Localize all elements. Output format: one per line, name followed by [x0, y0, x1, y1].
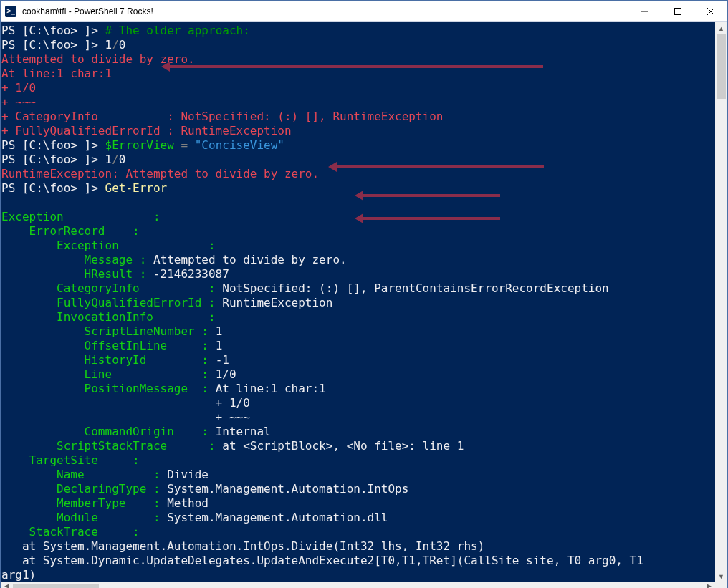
variable: $ErrorView [105, 138, 174, 152]
field-value: -2146233087 [153, 267, 229, 281]
field-value: NotSpecified: (:) [], ParentContainsErro… [222, 281, 608, 295]
field-label: ErrorRecord : [1, 224, 140, 238]
app-icon: >_ [1, 6, 21, 17]
window-title: cookham\tfl - PowerShell 7 Rocks! [21, 6, 628, 16]
client-area: PS [C:\foo> ]> # The older approach: PS … [1, 22, 727, 582]
maximize-icon [674, 8, 681, 15]
string-literal: "ConciseView" [195, 138, 284, 152]
field-value: Internal [216, 425, 271, 438]
prompt: PS [C:\foo> ]> [1, 38, 105, 52]
field-label: Line : [1, 367, 216, 381]
hscroll-thumb[interactable] [13, 584, 99, 588]
error-line: + FullyQualifiedErrorId : RuntimeExcepti… [1, 124, 292, 138]
powershell-window: >_ cookham\tfl - PowerShell 7 Rocks! PS … [0, 0, 728, 588]
field-value: at <ScriptBlock>, <No file>: line 1 [222, 439, 464, 453]
stack-line: at System.Dynamic.UpdateDelegates.Update… [1, 554, 643, 567]
scroll-right-button[interactable]: ▶ [703, 582, 715, 588]
minimize-button[interactable] [628, 1, 661, 21]
field-value: Divide [167, 468, 209, 481]
scroll-track[interactable] [715, 34, 727, 570]
console-output[interactable]: PS [C:\foo> ]> # The older approach: PS … [1, 22, 715, 582]
error-line: + CategoryInfo : NotSpecified: (:) [], R… [1, 110, 444, 123]
error-line: RuntimeException: Attempted to divide by… [1, 167, 319, 180]
error-line: At line:1 char:1 [1, 67, 112, 80]
error-line: + 1/0 [1, 81, 36, 95]
window-controls [628, 1, 727, 21]
close-icon [707, 8, 714, 15]
field-value: At line:1 char:1 [216, 382, 326, 395]
minimize-icon [641, 8, 648, 15]
literal: 1 [105, 153, 112, 166]
error-line: Attempted to divide by zero. [1, 52, 195, 66]
field-label: TargetSite : [1, 453, 140, 467]
field-label: HResult : [1, 267, 153, 281]
field-value: System.Management.Automation.IntOps [167, 482, 408, 496]
scrollbar-corner [715, 582, 727, 588]
field-label: FullyQualifiedErrorId : [1, 296, 222, 309]
field-label: OffsetInLine : [1, 339, 216, 352]
field-label: Name : [1, 468, 167, 481]
prompt: PS [C:\foo> ]> [1, 153, 105, 166]
scroll-down-button[interactable]: ▼ [715, 570, 727, 582]
field-value: + 1/0 [1, 396, 250, 410]
prompt: PS [C:\foo> ]> [1, 24, 105, 37]
field-value: 1 [216, 339, 223, 352]
horizontal-scrollbar[interactable]: ◀ ▶ [1, 582, 727, 588]
operator: / [112, 153, 119, 166]
field-label: CategoryInfo : [1, 281, 222, 295]
field-label: MemberType : [1, 496, 167, 510]
field-value: System.Management.Automation.dll [167, 511, 388, 524]
error-line: + ~~~ [1, 95, 36, 109]
field-label: Exception : [1, 210, 161, 223]
field-value: -1 [216, 353, 229, 367]
field-label: DeclaringType : [1, 482, 167, 496]
operator: = [174, 138, 195, 152]
field-label: Exception : [1, 238, 216, 252]
prompt: PS [C:\foo> ]> [1, 138, 105, 152]
field-value: Attempted to divide by zero. [153, 253, 347, 266]
field-value: RuntimeException [222, 296, 332, 309]
field-value: 1 [216, 324, 223, 338]
hscroll-track[interactable] [13, 582, 703, 588]
field-value: 1/0 [216, 367, 236, 381]
field-value: + ~~~ [1, 410, 250, 424]
scroll-thumb[interactable] [717, 34, 726, 99]
field-label: Message : [1, 253, 153, 266]
field-label: ScriptStackTrace : [1, 439, 222, 453]
stack-line: at System.Management.Automation.IntOps.D… [1, 539, 484, 553]
prompt: PS [C:\foo> ]> [1, 181, 105, 195]
stack-line: arg1) [1, 568, 36, 582]
field-label: HistoryId : [1, 353, 216, 367]
vertical-scrollbar[interactable]: ▲ ▼ [715, 22, 727, 582]
powershell-icon: >_ [5, 6, 16, 17]
scroll-up-button[interactable]: ▲ [715, 22, 727, 34]
maximize-button[interactable] [661, 1, 694, 21]
comment-text: # The older approach: [105, 24, 250, 37]
close-button[interactable] [694, 1, 727, 21]
field-label: PositionMessage : [1, 382, 216, 395]
field-label: Module : [1, 511, 167, 524]
scroll-left-button[interactable]: ◀ [1, 582, 13, 588]
field-label: InvocationInfo : [1, 310, 216, 324]
titlebar[interactable]: >_ cookham\tfl - PowerShell 7 Rocks! [1, 1, 727, 22]
literal: 1 [105, 38, 112, 52]
field-value: Method [167, 496, 209, 510]
literal: 0 [119, 38, 126, 52]
field-label: ScriptLineNumber : [1, 324, 216, 338]
field-label: CommandOrigin : [1, 425, 216, 438]
operator: / [112, 38, 119, 52]
svg-rect-1 [675, 8, 681, 14]
cmdlet: Get-Error [105, 181, 168, 195]
literal: 0 [119, 153, 126, 166]
field-label: StackTrace : [1, 525, 140, 539]
